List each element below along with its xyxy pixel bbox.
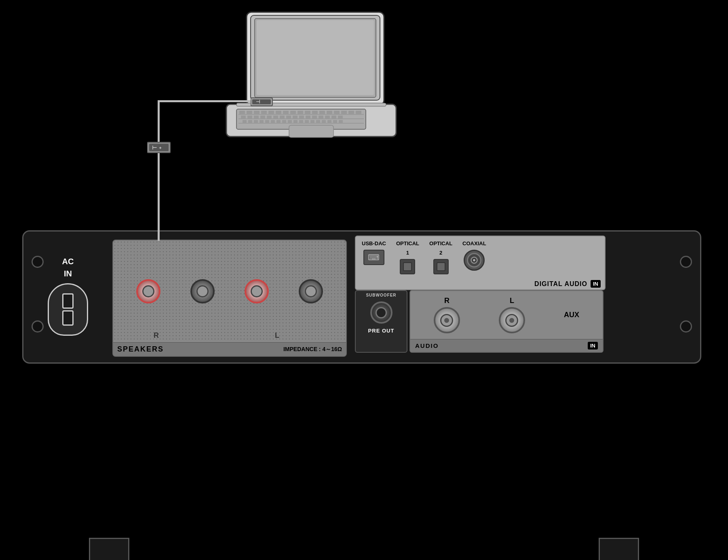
usb-dac-group: USB-DAC ⌨ <box>362 240 386 265</box>
pre-out-label: PRE OUT <box>368 328 395 334</box>
optical-2-label: OPTICAL <box>429 240 452 246</box>
ac-in-label: AC <box>62 257 74 266</box>
speakers-section: R L SPEAKERS IMPEDANCE : 4～16Ω <box>112 240 347 357</box>
optical-1-port <box>400 259 415 274</box>
audio-in-section: R L AUX AUDIO <box>409 290 604 353</box>
svg-rect-21 <box>327 111 332 114</box>
aux-label: AUX <box>564 311 579 319</box>
audio-l-jack <box>499 307 525 333</box>
svg-rect-33 <box>286 116 291 118</box>
svg-rect-58 <box>333 120 337 123</box>
terminal-r-minus <box>190 279 215 303</box>
impedance-label: IMPEDANCE : 4～16Ω <box>283 346 342 353</box>
svg-rect-49 <box>282 120 286 123</box>
audio-in-badge: IN <box>588 342 598 349</box>
svg-rect-18 <box>305 111 310 114</box>
audio-r-jack <box>434 307 460 333</box>
audio-l-channel-label: L <box>510 297 514 305</box>
svg-text:⊢: ⊢ <box>152 144 157 151</box>
svg-rect-9 <box>239 111 245 114</box>
svg-rect-11 <box>254 111 260 114</box>
coaxial-label: COAXIAL <box>462 240 486 246</box>
terminal-r-plus <box>136 279 160 303</box>
terminal-l-plus <box>245 279 269 303</box>
mount-hole-right-bot <box>680 320 692 333</box>
laptop-illustration <box>214 8 408 145</box>
svg-rect-34 <box>293 116 298 118</box>
audio-in-label-row: AUDIO IN <box>410 339 603 352</box>
optical-2-group: OPTICAL 2 <box>429 240 452 274</box>
optical-2-port <box>433 259 449 274</box>
coaxial-port <box>464 250 485 271</box>
pre-out-section: SUBWOOFER PRE OUT <box>355 290 407 353</box>
digital-inputs-row: USB-DAC ⌨ OPTICAL 1 OPTICAL 2 <box>356 236 605 278</box>
usb-b-connector: ⊢ ✦ <box>147 141 171 154</box>
optical-1-group: OPTICAL 1 <box>396 240 419 274</box>
bottom-right-connector <box>599 538 639 560</box>
speaker-r-label: R <box>154 331 159 339</box>
ac-connector <box>48 283 88 336</box>
svg-rect-51 <box>293 120 298 123</box>
svg-rect-40 <box>331 116 336 118</box>
svg-rect-35 <box>299 116 304 118</box>
ac-prong-bottom <box>62 310 74 326</box>
optical-1-label: OPTICAL <box>396 240 419 246</box>
audio-in-text: AUDIO <box>415 342 439 349</box>
cable-vertical-2 <box>158 153 160 241</box>
speakers-label: SPEAKERS <box>117 345 164 354</box>
svg-rect-45 <box>260 120 264 123</box>
svg-rect-57 <box>327 120 331 123</box>
svg-rect-32 <box>280 116 285 118</box>
svg-rect-13 <box>268 111 274 114</box>
svg-rect-16 <box>290 111 296 114</box>
svg-rect-53 <box>305 120 309 123</box>
svg-rect-15 <box>283 111 289 114</box>
svg-rect-22 <box>334 111 340 114</box>
usb-a-connector: ⊣ <box>251 96 274 107</box>
terminal-l-minus <box>299 279 323 303</box>
svg-rect-60 <box>289 125 333 137</box>
svg-text:✦: ✦ <box>158 145 162 150</box>
mount-hole-right-top <box>680 256 692 268</box>
svg-rect-26 <box>241 116 246 118</box>
svg-rect-43 <box>248 120 252 123</box>
svg-rect-47 <box>271 120 275 123</box>
svg-rect-63 <box>252 99 271 104</box>
svg-rect-44 <box>254 120 258 123</box>
amplifier-unit: AC IN R <box>22 230 701 364</box>
svg-text:⊣: ⊣ <box>256 99 260 105</box>
svg-rect-36 <box>306 116 310 118</box>
svg-rect-54 <box>310 120 314 123</box>
digital-audio-in-badge: IN <box>591 280 601 288</box>
svg-rect-38 <box>319 116 323 118</box>
svg-rect-52 <box>299 120 303 123</box>
usb-dac-icon: ⌨ <box>368 253 380 262</box>
svg-rect-12 <box>261 111 267 114</box>
svg-rect-48 <box>276 120 281 123</box>
audio-r-group: R <box>434 297 460 333</box>
ac-in-label2: IN <box>64 269 72 278</box>
svg-rect-41 <box>338 116 343 118</box>
svg-rect-10 <box>247 111 252 114</box>
audio-l-group: L <box>499 297 525 333</box>
subwoofer-label: SUBWOOFER <box>366 293 396 297</box>
svg-rect-37 <box>312 116 317 118</box>
usb-dac-port: ⌨ <box>363 250 384 265</box>
cable-horizontal <box>158 100 255 102</box>
svg-rect-19 <box>312 111 318 114</box>
svg-rect-23 <box>341 111 347 114</box>
digital-audio-text: DIGITAL AUDIO <box>534 280 587 288</box>
audio-r-channel-label: R <box>444 297 449 305</box>
usb-dac-label: USB-DAC <box>362 240 386 246</box>
svg-rect-50 <box>288 120 292 123</box>
ac-in-section: AC IN <box>36 244 100 349</box>
svg-rect-24 <box>348 111 354 114</box>
svg-rect-17 <box>298 111 303 114</box>
svg-rect-55 <box>316 120 320 123</box>
svg-rect-30 <box>267 116 272 118</box>
svg-rect-20 <box>319 111 325 114</box>
svg-rect-42 <box>243 120 247 123</box>
svg-rect-29 <box>260 116 265 118</box>
speakers-label-row: SPEAKERS IMPEDANCE : 4～16Ω <box>113 342 346 356</box>
audio-in-content: R L AUX <box>410 291 603 339</box>
